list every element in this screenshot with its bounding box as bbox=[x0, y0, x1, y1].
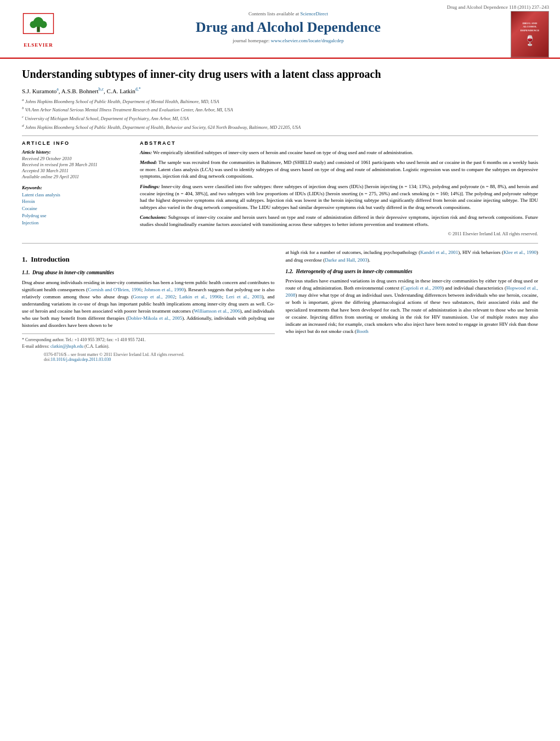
affiliation-a: a Johns Hopkins Bloomberg School of Publ… bbox=[22, 98, 538, 105]
bottom-bar: 0376-8716/$ – see front matter © 2011 El… bbox=[22, 349, 538, 365]
footnote-corresponding: * Corresponding author. Tel.: +1 410 955… bbox=[22, 337, 275, 343]
author1-name: S.J. Kuramoto bbox=[22, 88, 56, 94]
header-rule bbox=[22, 135, 538, 136]
journal-cover-image: DRUG AND ALCOHOL DEPENDENCE 🍷 bbox=[511, 11, 549, 58]
ref-caprioli[interactable]: Caprioli et al., 2009 bbox=[403, 285, 442, 291]
body-para-1: Drug abuse among individuals residing in… bbox=[22, 279, 275, 329]
revised-date: Received in revised form 28 March 2011 bbox=[22, 162, 129, 167]
body-right-column: at high risk for a number of outcomes, i… bbox=[286, 249, 539, 349]
footnote-email: E-mail address: clatkin@jhsph.edu (C.A. … bbox=[22, 343, 275, 349]
section1-heading: 1. Introduction bbox=[22, 254, 275, 265]
ref-johnson[interactable]: Johnson et al., 1990 bbox=[144, 287, 184, 292]
issn-text: 0376-8716/$ – see front matter © 2011 El… bbox=[44, 352, 516, 357]
copyright-text: © 2011 Elsevier Ireland Ltd. All rights … bbox=[140, 231, 538, 236]
journal-center-header: Contents lists available at ScienceDirec… bbox=[66, 11, 511, 43]
section1-title: Introduction bbox=[31, 255, 70, 263]
ref-cornish[interactable]: Cornish and O'Brien, 1996 bbox=[88, 287, 142, 292]
section1-number: 1. bbox=[22, 255, 27, 263]
ref-darke[interactable]: Darke and Hall, 2003 bbox=[325, 257, 367, 263]
body-right-para-1: at high risk for a number of outcomes, i… bbox=[286, 249, 539, 263]
abstract-aims: Aims: We empirically identified subtypes… bbox=[140, 149, 538, 156]
doi-text: doi:10.1016/j.drugalcdep.2011.03.030 bbox=[44, 357, 516, 362]
journal-title: Drug and Alcohol Dependence bbox=[71, 19, 505, 36]
sciencedirect-anchor[interactable]: ScienceDirect bbox=[301, 11, 328, 16]
journal-homepage: journal homepage: www.elsevier.com/locat… bbox=[71, 38, 505, 43]
homepage-url[interactable]: www.elsevier.com/locate/drugalcdep bbox=[271, 38, 344, 43]
svg-point-3 bbox=[30, 21, 37, 28]
body-content: 1. Introduction 1.1. Drug abuse in inner… bbox=[22, 249, 538, 349]
abstract-label: ABSTRACT bbox=[140, 140, 538, 146]
accepted-date: Accepted 30 March 2011 bbox=[22, 168, 129, 173]
ref-booth[interactable]: Booth bbox=[357, 329, 369, 334]
sciencedirect-link: Contents lists available at ScienceDirec… bbox=[71, 11, 505, 16]
subsection1-1-heading: 1.1. Drug abuse in inner-city communitie… bbox=[22, 269, 275, 277]
abstract-column: ABSTRACT Aims: We empirically identified… bbox=[140, 140, 538, 237]
ref-williamson[interactable]: Williamson et al., 2006 bbox=[194, 308, 240, 314]
abstract-method: Method: The sample was recruited from th… bbox=[140, 159, 538, 180]
ref-kandel[interactable]: Kandel et al., 2001 bbox=[420, 250, 458, 255]
affiliation-b: b VA Ann Arbor National Serious Mental I… bbox=[22, 106, 538, 114]
article-history-label: Article history: bbox=[22, 149, 129, 155]
elsevier-brand-text: ELSEVIER bbox=[24, 42, 53, 48]
article-info-column: ARTICLE INFO Article history: Received 2… bbox=[22, 140, 129, 237]
keyword-3: Cocaine bbox=[22, 205, 129, 212]
conclusions-label: Conclusions: bbox=[140, 214, 167, 220]
doi-link[interactable]: 10.1016/j.drugalcdep.2011.03.030 bbox=[50, 357, 111, 362]
svg-point-4 bbox=[40, 21, 47, 28]
ref-klee[interactable]: Klee et al., 1990 bbox=[504, 250, 536, 255]
citation-text: Drug and Alcohol Dependence 118 (2011) 2… bbox=[447, 4, 549, 10]
online-date: Available online 29 April 2011 bbox=[22, 174, 129, 179]
keyword-5: Injection bbox=[22, 219, 129, 227]
keywords-list: Latent class analysis Heroin Cocaine Pol… bbox=[22, 191, 129, 227]
footnote-area: * Corresponding author. Tel.: +1 410 955… bbox=[22, 333, 275, 349]
aims-label: Aims: bbox=[140, 150, 152, 155]
abstract-conclusions: Conclusions: Subgroups of inner-city coc… bbox=[140, 214, 538, 228]
conclusions-text: Subgroups of inner-city cocaine and hero… bbox=[140, 214, 538, 227]
body-left-column: 1. Introduction 1.1. Drug abuse in inner… bbox=[22, 249, 275, 349]
keyword-1: Latent class analysis bbox=[22, 191, 129, 199]
ref-leri[interactable]: Leri et al., 2003 bbox=[226, 294, 262, 299]
body-right-para-2: Previous studies have examined variation… bbox=[286, 278, 539, 335]
elsevier-logo-area: ELSEVIER bbox=[11, 11, 66, 48]
ref-gossop[interactable]: Gossop et al., 2002 bbox=[133, 294, 175, 299]
article-title: Understanding subtypes of inner-city dru… bbox=[22, 67, 538, 81]
aims-text: We empirically identified subtypes of in… bbox=[152, 150, 413, 155]
keyword-2: Heroin bbox=[22, 198, 129, 205]
author3-sup: d,* bbox=[135, 87, 141, 92]
ref-latkin[interactable]: Latkin et al., 1996b bbox=[179, 294, 222, 299]
article-info-label: ARTICLE INFO bbox=[22, 140, 129, 146]
affiliation-d: d Johns Hopkins Bloomberg School of Publ… bbox=[22, 123, 538, 131]
subsection1-2-heading: 1.2. Heterogeneity of drug users in inne… bbox=[286, 268, 539, 276]
method-label: Method: bbox=[140, 160, 157, 165]
findings-label: Findings: bbox=[140, 184, 160, 189]
affiliations-block: a Johns Hopkins Bloomberg School of Publ… bbox=[22, 98, 538, 131]
subsection1-1-title: Drug abuse in inner-city communities bbox=[32, 270, 114, 275]
footnote-email-label: E-mail address: bbox=[22, 344, 49, 349]
subsection1-2-number: 1.2. bbox=[286, 269, 293, 274]
elsevier-tree-icon bbox=[19, 11, 58, 41]
abstract-findings: Findings: Inner-city drug users were cla… bbox=[140, 183, 538, 211]
author2-name: , A.S.B. Bohnert bbox=[59, 88, 99, 94]
received-date: Received 29 October 2010 bbox=[22, 156, 129, 161]
email-link[interactable]: clatkin@jhsph.edu bbox=[50, 344, 83, 349]
subsection1-2-title: Heterogeneity of drug users in inner-cit… bbox=[296, 269, 412, 274]
ref-dobler[interactable]: Dobler-Mikola et al., 2005 bbox=[128, 315, 182, 321]
body-rule bbox=[22, 243, 538, 244]
affiliation-c: c University of Michigan Medical School,… bbox=[22, 115, 538, 122]
authors-line: S.J. Kuramotoa, A.S.B. Bohnertb,c, C.A. … bbox=[22, 87, 538, 94]
keywords-label: Keywords: bbox=[22, 185, 129, 190]
article-info-abstract-row: ARTICLE INFO Article history: Received 2… bbox=[22, 140, 538, 237]
findings-text: Inner-city drug users were classified in… bbox=[140, 184, 538, 210]
author3-name: , C.A. Latkin bbox=[104, 88, 135, 94]
keyword-4: Polydrug use bbox=[22, 212, 129, 219]
subsection1-1-number: 1.1. bbox=[22, 270, 30, 275]
method-text: The sample was recruited from the commun… bbox=[140, 160, 538, 179]
author2-sup: b,c bbox=[99, 87, 104, 92]
